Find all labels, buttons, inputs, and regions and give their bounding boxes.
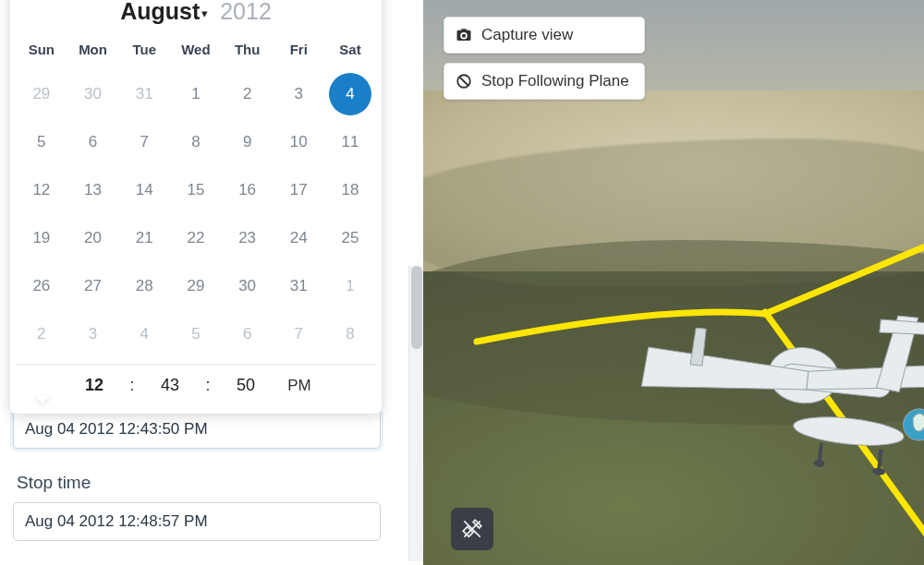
- day-cell[interactable]: 16: [222, 166, 274, 214]
- day-cell[interactable]: 10: [273, 118, 324, 166]
- ampm-toggle[interactable]: PM: [274, 377, 325, 395]
- month-select[interactable]: August▾: [120, 0, 208, 24]
- day-cell[interactable]: 11: [324, 118, 376, 166]
- map-controls: Capture view Stop Following Plane: [444, 17, 645, 100]
- scrollbar[interactable]: [408, 266, 423, 561]
- day-cell[interactable]: 5: [16, 118, 67, 166]
- day-cell[interactable]: 3: [67, 310, 119, 358]
- day-cell[interactable]: 2: [222, 70, 274, 118]
- calendar-body: 2930311234567891011121314151617181920212…: [16, 70, 376, 358]
- hour-input[interactable]: 12: [67, 376, 122, 395]
- ban-icon: [456, 73, 472, 90]
- time-picker: 12 : 43 : 50 PM: [16, 364, 376, 410]
- day-cell[interactable]: 26: [16, 262, 67, 310]
- aircraft-model: [611, 260, 924, 515]
- stop-following-label: Stop Following Plane: [481, 72, 629, 90]
- day-cell[interactable]: 29: [170, 262, 222, 310]
- svg-point-2: [792, 413, 905, 450]
- form-panel: August▾ 2012 Sun Mon Tue Wed Thu Fri Sat…: [0, 0, 423, 565]
- minute-input[interactable]: 43: [142, 376, 198, 395]
- day-cell[interactable]: 6: [67, 118, 119, 166]
- day-cell[interactable]: 31: [118, 70, 170, 118]
- day-cell[interactable]: 27: [67, 262, 119, 310]
- capture-view-label: Capture view: [481, 26, 573, 44]
- day-cell[interactable]: 23: [222, 214, 274, 262]
- weekday: Wed: [170, 34, 222, 70]
- stop-following-button[interactable]: Stop Following Plane: [444, 63, 645, 100]
- weekday: Mon: [67, 34, 119, 70]
- day-cell[interactable]: 8: [324, 310, 376, 358]
- calendar-grid: Sun Mon Tue Wed Thu Fri Sat 293031123456…: [16, 34, 376, 358]
- day-cell[interactable]: 22: [170, 214, 222, 262]
- time-colon: :: [122, 376, 142, 395]
- datetime-picker: August▾ 2012 Sun Mon Tue Wed Thu Fri Sat…: [10, 0, 382, 414]
- year-select[interactable]: 2012: [220, 0, 272, 24]
- day-cell[interactable]: 21: [118, 214, 170, 262]
- svg-point-5: [872, 467, 886, 475]
- dropdown-icon: ▾: [201, 6, 208, 20]
- time-colon: :: [198, 376, 218, 395]
- day-cell[interactable]: 13: [67, 166, 119, 214]
- weekday: Fri: [273, 34, 324, 70]
- day-cell[interactable]: 19: [16, 214, 67, 262]
- ruler-pencil-icon: [460, 517, 484, 541]
- day-cell[interactable]: 14: [118, 166, 170, 214]
- svg-point-7: [813, 459, 825, 467]
- stop-time-input[interactable]: [13, 502, 381, 541]
- day-cell[interactable]: 30: [222, 262, 274, 310]
- weekday: Sun: [16, 34, 67, 70]
- svg-rect-6: [818, 443, 823, 462]
- weekday: Thu: [222, 34, 274, 70]
- day-cell[interactable]: 4: [118, 310, 170, 358]
- day-cell[interactable]: 5: [170, 310, 222, 358]
- weekday-row: Sun Mon Tue Wed Thu Fri Sat: [16, 34, 376, 70]
- capture-view-button[interactable]: Capture view: [444, 17, 645, 54]
- day-cell[interactable]: 12: [16, 166, 67, 214]
- day-cell[interactable]: 3: [273, 70, 324, 118]
- svg-rect-4: [877, 450, 882, 470]
- svg-line-9: [460, 78, 468, 86]
- day-cell[interactable]: 6: [222, 310, 274, 358]
- day-cell[interactable]: 29: [16, 70, 67, 118]
- day-cell[interactable]: 9: [222, 118, 274, 166]
- day-cell[interactable]: 30: [67, 70, 119, 118]
- day-cell[interactable]: 20: [67, 214, 119, 262]
- selected-month: August: [120, 0, 200, 24]
- day-cell[interactable]: 17: [273, 166, 324, 214]
- day-cell[interactable]: 18: [324, 166, 376, 214]
- day-cell[interactable]: 15: [170, 166, 222, 214]
- day-cell[interactable]: 25: [324, 214, 376, 262]
- day-cell[interactable]: 28: [118, 262, 170, 310]
- day-cell[interactable]: 1: [324, 262, 376, 310]
- weekday: Tue: [118, 34, 170, 70]
- day-cell[interactable]: 2: [16, 310, 67, 358]
- second-input[interactable]: 50: [218, 376, 274, 395]
- calendar-header: August▾ 2012: [16, 0, 376, 34]
- day-cell[interactable]: 4: [324, 70, 376, 118]
- weekday: Sat: [324, 34, 376, 70]
- design-tools-button[interactable]: [451, 508, 493, 550]
- camera-icon: [456, 27, 472, 43]
- map-viewport[interactable]: Capture view Stop Following Plane: [423, 0, 924, 565]
- day-cell[interactable]: 24: [273, 214, 324, 262]
- start-time-input[interactable]: [13, 410, 381, 449]
- stop-time-label: Stop time: [17, 473, 407, 493]
- day-cell[interactable]: 7: [273, 310, 324, 358]
- day-cell[interactable]: 7: [118, 118, 170, 166]
- popover-pointer: [35, 395, 50, 404]
- day-cell[interactable]: 8: [170, 118, 222, 166]
- day-cell[interactable]: 1: [170, 70, 222, 118]
- day-cell[interactable]: 31: [273, 262, 324, 310]
